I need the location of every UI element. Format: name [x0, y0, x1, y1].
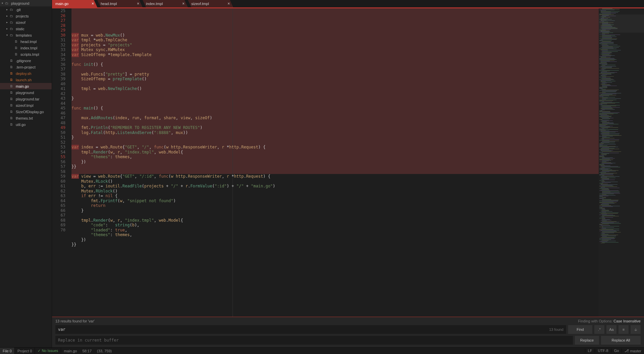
tree-item-label: sizeof [16, 20, 26, 25]
tree-item[interactable]: ▸🗀.git [0, 6, 52, 13]
tree-item-label: .tern-project [16, 65, 36, 69]
find-options-value: Case Insensitive [613, 319, 641, 323]
tree-item[interactable]: ▸🗀projects [0, 13, 52, 19]
replace-input[interactable] [55, 336, 573, 345]
editor-tab[interactable]: sizeof.tmpl× [188, 0, 233, 7]
file-icon: 🗎 [10, 84, 14, 88]
code-area[interactable]: var mux = web.NewMux()var tmpl *web.Tmpl… [71, 8, 599, 317]
folder-icon: 🗀 [5, 1, 10, 5]
file-tree[interactable]: ▾🗀playground▸🗀.git▸🗀projects▸🗀sizeof▸🗀st… [0, 0, 52, 347]
status-issues[interactable]: ✓ No Issues [35, 348, 61, 354]
tree-item[interactable]: 🗎head.tmpl [0, 38, 52, 45]
find-input[interactable] [55, 325, 566, 334]
find-results-label: 13 results found for 'var' [55, 319, 95, 323]
tab-label: head.tmpl [101, 2, 117, 6]
tree-item[interactable]: 🗎main.go [0, 83, 52, 89]
chevron-icon: ▾ [2, 2, 5, 5]
file-icon: 🗎 [10, 97, 14, 101]
tree-item[interactable]: 🗎.tern-project [0, 64, 52, 70]
tree-item-label: static [16, 27, 24, 31]
close-icon[interactable]: × [133, 1, 139, 6]
editor-tab[interactable]: main.go× [52, 0, 97, 7]
folder-icon: 🗀 [10, 27, 14, 31]
file-icon: 🗎 [10, 103, 14, 107]
tree-item-label: util.go [16, 123, 26, 127]
status-file[interactable]: File 0 [0, 348, 15, 354]
close-icon[interactable]: × [224, 1, 230, 6]
status-cursor[interactable]: 58:17 [80, 348, 94, 354]
status-encoding[interactable]: UTF-8 [595, 349, 611, 353]
code-editor[interactable]: 2526272829303132333435363738394041424344… [52, 8, 644, 317]
file-icon: 🗎 [14, 46, 19, 50]
status-branch[interactable]: ⎇ master [622, 349, 644, 353]
tab-label: main.go [55, 2, 68, 6]
tree-item[interactable]: 🗎util.go [0, 121, 52, 128]
tree-item-label: launch.sh [16, 78, 32, 82]
file-icon: 🗎 [14, 40, 19, 43]
minimap[interactable] [599, 8, 644, 317]
editor-tab[interactable]: head.tmpl× [97, 0, 143, 7]
folder-icon: 🗀 [10, 14, 14, 18]
tree-item[interactable]: 🗎playground.tar [0, 96, 52, 102]
folder-icon: 🗀 [10, 33, 14, 37]
tree-item[interactable]: 🗎index.tmpl [0, 45, 52, 51]
file-icon: 🗎 [10, 91, 14, 94]
file-icon: 🗎 [10, 59, 14, 62]
find-count: 13 found [549, 327, 563, 331]
tree-item[interactable]: 🗎SizeOfDisplay.go [0, 108, 52, 115]
tree-item[interactable]: ▾🗀playground [0, 0, 52, 6]
chevron-icon: ▾ [6, 34, 10, 37]
tree-item[interactable]: 🗎sizeof.tmpl [0, 102, 52, 108]
tree-item-label: head.tmpl [20, 40, 37, 44]
status-language[interactable]: Go [611, 349, 622, 353]
regex-toggle-icon[interactable]: .* [594, 325, 604, 334]
selection-toggle-icon[interactable]: ≡ [618, 325, 629, 334]
status-project[interactable]: Project 0 [15, 348, 35, 354]
status-selection: (33, 759) [94, 348, 114, 354]
tree-item[interactable]: 🗎deploy.sh [0, 70, 52, 77]
tree-item-label: index.tmpl [20, 46, 37, 50]
tree-item[interactable]: 🗎themes.txt [0, 115, 52, 121]
chevron-icon: ▸ [6, 27, 10, 30]
tree-item-label: themes.txt [16, 116, 33, 120]
tree-item-label: sizeof.tmpl [16, 103, 34, 107]
tree-item[interactable]: 🗎playground [0, 89, 52, 96]
branch-icon: ⎇ [625, 349, 629, 353]
tree-item-label: playground [16, 91, 34, 95]
tree-item[interactable]: 🗎.gitignore [0, 57, 52, 64]
tree-item-label: deploy.sh [16, 72, 31, 76]
close-icon[interactable]: × [178, 1, 185, 6]
file-icon: 🗎 [10, 116, 14, 120]
line-number-gutter[interactable]: 2526272829303132333435363738394041424344… [52, 8, 71, 317]
editor-tab[interactable]: index.tmpl× [143, 0, 188, 7]
tree-item-label: .git [16, 8, 21, 12]
find-button[interactable]: Find [568, 325, 592, 334]
chevron-icon: ▸ [6, 14, 10, 17]
tree-item[interactable]: 🗎scripts.tmpl [0, 51, 52, 57]
file-icon: 🗎 [10, 78, 14, 82]
file-icon: 🗎 [10, 72, 14, 75]
tree-item[interactable]: 🗎launch.sh [0, 77, 52, 83]
wholeword-toggle-icon[interactable]: ⫝ [631, 325, 641, 334]
tab-bar: main.go×head.tmpl×index.tmpl×sizeof.tmpl… [52, 0, 644, 8]
tree-item-label: scripts.tmpl [20, 52, 39, 56]
tree-item[interactable]: ▸🗀static [0, 26, 52, 32]
status-filename: main.go [61, 348, 80, 354]
chevron-icon: ▸ [6, 21, 10, 24]
tree-item[interactable]: ▸🗀sizeof [0, 19, 52, 26]
file-icon: 🗎 [10, 65, 14, 69]
tree-item[interactable]: ▾🗀templates [0, 32, 52, 38]
case-toggle-icon[interactable]: Aa [606, 325, 616, 334]
replace-all-button[interactable]: Replace All [601, 336, 641, 345]
tree-item-label: main.go [16, 84, 29, 88]
find-options-label: Finding with Options: [578, 319, 613, 323]
tree-item-label: projects [16, 14, 29, 18]
tree-item-label: playground [11, 1, 29, 5]
tree-item-label: templates [16, 33, 32, 37]
tree-item-label: .gitignore [16, 59, 31, 63]
replace-button[interactable]: Replace [575, 336, 599, 345]
status-eol[interactable]: LF [585, 349, 595, 353]
close-icon[interactable]: × [88, 1, 94, 6]
status-bar: File 0 Project 0 ✓ No Issues main.go 58:… [0, 347, 644, 354]
file-icon: 🗎 [14, 52, 19, 56]
